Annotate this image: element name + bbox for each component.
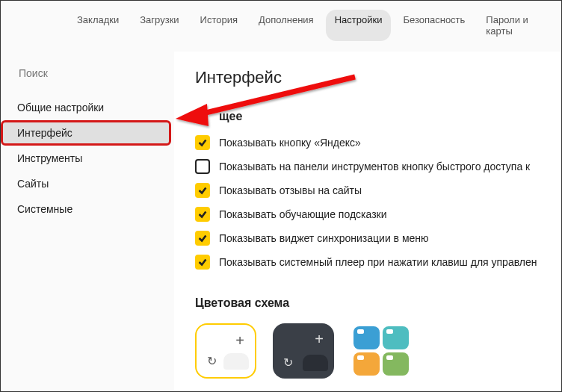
plus-icon: + xyxy=(235,332,244,349)
section-general: щее xyxy=(219,110,561,123)
sidebar: Общие настройки Интерфейс Инструменты Са… xyxy=(1,52,174,392)
check-row: Показывать на панели инструментов кнопку… xyxy=(195,159,561,174)
check-label: Показывать виджет синхронизации в меню xyxy=(219,231,429,246)
checkbox-yandex-button[interactable] xyxy=(195,135,210,150)
topnav-security[interactable]: Безопасность xyxy=(394,10,474,41)
checkbox-hints[interactable] xyxy=(195,207,210,222)
check-label: Показывать обучающие подсказки xyxy=(219,207,387,222)
sidebar-item-system[interactable]: Системные xyxy=(1,196,174,222)
check-label: Показывать кнопку «Яндекс» xyxy=(219,135,361,150)
color-tile-icon xyxy=(383,352,409,376)
top-nav: Закладки Загрузки История Дополнения Нас… xyxy=(1,1,561,52)
color-tile-icon xyxy=(383,326,409,349)
topnav-passwords[interactable]: Пароли и карты xyxy=(477,10,548,41)
topnav-settings[interactable]: Настройки xyxy=(326,10,392,41)
check-label: Показывать на панели инструментов кнопку… xyxy=(219,159,530,174)
checkbox-system-player[interactable] xyxy=(195,255,210,270)
tab-shape-icon xyxy=(303,355,328,371)
search-input[interactable] xyxy=(11,62,164,84)
theme-dark[interactable]: + ↻ xyxy=(273,323,334,379)
search-box xyxy=(11,62,164,84)
theme-colorful[interactable] xyxy=(351,323,412,379)
section-color-scheme: Цветовая схема xyxy=(195,296,561,310)
theme-row: + ↻ + ↻ xyxy=(195,323,561,379)
topnav-history[interactable]: История xyxy=(191,10,247,41)
main-content: Интерфейс щее Показывать кнопку «Яндекс»… xyxy=(174,52,561,392)
check-label: Показывать системный плеер при нажатии к… xyxy=(219,255,537,270)
page-title: Интерфейс xyxy=(195,68,561,87)
check-row: Показывать кнопку «Яндекс» xyxy=(195,135,561,150)
check-row: Показывать обучающие подсказки xyxy=(195,207,561,222)
checkbox-toolbar-quick[interactable] xyxy=(195,159,210,174)
reload-icon: ↻ xyxy=(283,355,293,370)
plus-icon: + xyxy=(315,331,324,348)
topnav-bookmarks[interactable]: Закладки xyxy=(68,10,128,41)
sidebar-item-tools[interactable]: Инструменты xyxy=(1,146,174,171)
tab-shape-icon xyxy=(223,353,249,370)
color-tile-icon xyxy=(353,352,380,376)
check-row: Показывать отзывы на сайты xyxy=(195,183,561,198)
checkbox-sync-widget[interactable] xyxy=(195,231,210,246)
reload-icon: ↻ xyxy=(207,354,217,368)
check-label: Показывать отзывы на сайты xyxy=(219,183,362,198)
check-row: Показывать виджет синхронизации в меню xyxy=(195,231,561,246)
sidebar-item-interface[interactable]: Интерфейс xyxy=(1,120,171,146)
color-tile-icon xyxy=(353,326,380,349)
sidebar-item-sites[interactable]: Сайты xyxy=(1,171,174,196)
topnav-downloads[interactable]: Загрузки xyxy=(131,10,188,41)
check-row: Показывать системный плеер при нажатии к… xyxy=(195,255,561,270)
checkbox-site-reviews[interactable] xyxy=(195,183,210,198)
topnav-addons[interactable]: Дополнения xyxy=(250,10,323,41)
sidebar-item-general[interactable]: Общие настройки xyxy=(1,95,174,120)
theme-light[interactable]: + ↻ xyxy=(195,323,256,379)
